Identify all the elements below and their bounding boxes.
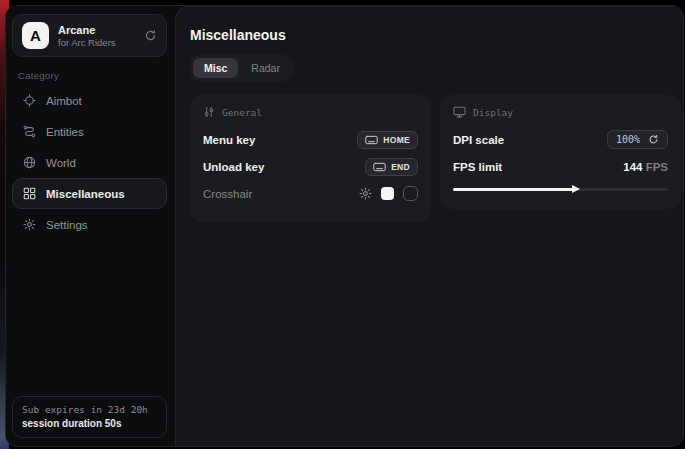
- crosshair-controls: [359, 186, 418, 201]
- menu-key-label: Menu key: [203, 134, 255, 146]
- sidebar-item-world[interactable]: World: [12, 147, 167, 178]
- refresh-icon[interactable]: [648, 134, 659, 145]
- app-subtitle: for Arc Riders: [58, 37, 135, 48]
- fps-limit-slider[interactable]: [453, 182, 668, 196]
- main-panel: Miscellaneous Misc Radar General: [175, 6, 684, 446]
- crosshair-row: Crosshair: [203, 182, 418, 205]
- dpi-scale-control[interactable]: 100%: [607, 130, 668, 149]
- crosshair-settings-gear-icon[interactable]: [359, 187, 372, 200]
- app-name: Arcane: [58, 24, 135, 36]
- dpi-scale-label: DPI scale: [453, 134, 504, 146]
- app-logo: A: [22, 22, 49, 49]
- slider-thumb[interactable]: [572, 185, 580, 193]
- general-card-title: General: [222, 107, 262, 118]
- menu-key-value: HOME: [383, 135, 410, 145]
- fps-number: 144: [623, 161, 642, 173]
- fps-limit-value: 144 FPS: [623, 161, 668, 173]
- tab-misc[interactable]: Misc: [193, 58, 238, 78]
- category-label: Category: [18, 70, 161, 81]
- dpi-scale-row: DPI scale 100%: [453, 128, 668, 151]
- crosshair-label: Crosshair: [203, 188, 252, 200]
- sidebar-item-label: Entities: [46, 126, 84, 138]
- menu-key-bind-button[interactable]: HOME: [357, 131, 418, 149]
- display-card-title: Display: [473, 107, 513, 118]
- cards-row: General Menu key HOME: [190, 95, 681, 222]
- display-card-header: Display: [453, 106, 668, 118]
- sidebar-item-miscellaneous[interactable]: Miscellaneous: [12, 178, 167, 209]
- subscription-status-card: Sub expires in 23d 20h session duration …: [12, 396, 167, 438]
- app-window: A Arcane for Arc Riders Category: [5, 5, 684, 447]
- sidebar-nav: Aimbot Entities: [12, 85, 167, 240]
- sidebar-item-label: Aimbot: [46, 95, 82, 107]
- account-texts: Arcane for Arc Riders: [58, 24, 135, 48]
- menu-key-row: Menu key HOME: [203, 128, 418, 151]
- sidebar-item-label: World: [46, 157, 76, 169]
- crosshair-icon: [23, 94, 36, 107]
- crosshair-enable-checkbox[interactable]: [403, 186, 418, 201]
- unload-key-row: Unload key END: [203, 155, 418, 178]
- globe-icon: [23, 156, 36, 169]
- sidebar: A Arcane for Arc Riders Category: [6, 6, 175, 446]
- unload-key-value: END: [391, 162, 410, 172]
- fps-limit-label: FPS limit: [453, 161, 502, 173]
- tab-radar[interactable]: Radar: [240, 58, 291, 78]
- gear-icon: [23, 218, 36, 231]
- dpi-scale-value: 100%: [616, 134, 640, 145]
- unload-key-label: Unload key: [203, 161, 264, 173]
- fps-limit-row: FPS limit 144 FPS: [453, 155, 668, 178]
- fps-slider-fill: [453, 188, 573, 191]
- unload-key-bind-button[interactable]: END: [365, 158, 418, 176]
- session-duration-text: session duration 50s: [22, 418, 157, 429]
- fps-unit: FPS: [646, 161, 668, 173]
- general-card-header: General: [203, 106, 418, 118]
- monitor-icon: [453, 106, 466, 118]
- sliders-icon: [203, 106, 215, 118]
- sidebar-item-label: Settings: [46, 219, 88, 231]
- sync-icon[interactable]: [144, 29, 157, 42]
- sidebar-item-label: Miscellaneous: [46, 188, 125, 200]
- sidebar-item-entities[interactable]: Entities: [12, 116, 167, 147]
- display-card: Display DPI scale 100%: [440, 95, 681, 209]
- general-card: General Menu key HOME: [190, 95, 431, 222]
- sidebar-item-settings[interactable]: Settings: [12, 209, 167, 240]
- page-title: Miscellaneous: [190, 27, 681, 43]
- sidebar-item-aimbot[interactable]: Aimbot: [12, 85, 167, 116]
- keyboard-icon: [373, 162, 386, 172]
- grid-icon: [23, 187, 36, 200]
- tab-bar: Misc Radar: [190, 55, 294, 81]
- crosshair-color-swatch[interactable]: [381, 187, 394, 200]
- account-card[interactable]: A Arcane for Arc Riders: [12, 14, 167, 57]
- keyboard-icon: [365, 135, 378, 145]
- entities-icon: [23, 125, 36, 138]
- sub-expires-text: Sub expires in 23d 20h: [22, 404, 157, 415]
